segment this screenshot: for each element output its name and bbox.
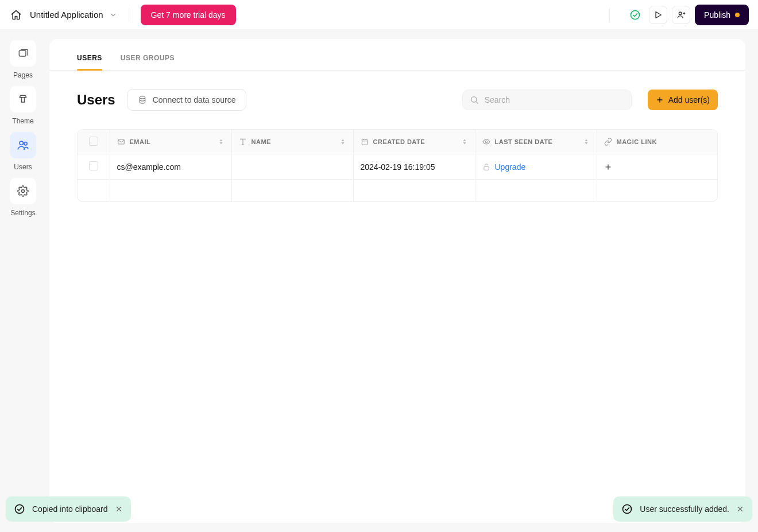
svg-marker-26 <box>463 142 466 145</box>
cell-created-date: 2024-02-19 16:19:05 <box>353 154 475 180</box>
plus-icon <box>604 163 612 171</box>
sidebar-item-theme[interactable]: Theme <box>10 86 36 125</box>
search-box[interactable] <box>462 90 632 110</box>
app-title[interactable]: Untitled Application <box>30 10 103 20</box>
sort-icon[interactable] <box>339 138 346 145</box>
home-button[interactable] <box>9 8 23 22</box>
column-checkbox <box>78 130 110 154</box>
users-table: EMAIL NAME <box>77 129 718 202</box>
link-icon <box>604 138 612 146</box>
preview-button[interactable] <box>649 6 667 24</box>
svg-point-6 <box>20 141 23 145</box>
svg-marker-25 <box>463 139 466 142</box>
pages-icon <box>17 48 29 59</box>
cell-magic-link[interactable] <box>597 154 717 180</box>
svg-point-2 <box>679 12 682 15</box>
column-name[interactable]: NAME <box>231 130 353 154</box>
toast-close[interactable] <box>736 505 744 513</box>
column-label: MAGIC LINK <box>617 138 657 145</box>
toast-clipboard: Copied into clipboard <box>6 496 131 522</box>
divider <box>129 8 129 22</box>
table-row[interactable]: cs@example.com 2024-02-19 16:19:05 Upgra… <box>78 154 717 180</box>
column-last-seen[interactable]: LAST SEEN DATE <box>475 130 597 154</box>
sidebar-item-settings[interactable]: Settings <box>10 178 36 217</box>
select-all-checkbox[interactable] <box>89 137 98 146</box>
share-button[interactable] <box>672 6 690 24</box>
search-icon <box>470 95 479 104</box>
svg-point-7 <box>24 142 27 145</box>
close-icon <box>115 505 123 513</box>
svg-point-8 <box>22 190 25 193</box>
svg-marker-1 <box>656 11 661 18</box>
sidebar-item-pages[interactable]: Pages <box>10 40 36 79</box>
sort-icon[interactable] <box>583 138 590 145</box>
svg-marker-19 <box>341 139 344 142</box>
close-icon <box>736 505 744 513</box>
svg-rect-21 <box>362 139 367 145</box>
check-circle-icon <box>621 503 633 515</box>
column-created-date[interactable]: CREATED DATE <box>353 130 475 154</box>
row-checkbox[interactable] <box>89 161 98 170</box>
svg-marker-16 <box>219 142 222 145</box>
sidebar-item-label: Pages <box>13 71 33 79</box>
chevron-down-icon <box>109 11 117 19</box>
table-row-empty <box>78 180 717 201</box>
svg-marker-15 <box>219 139 222 142</box>
database-icon <box>138 95 147 104</box>
svg-point-33 <box>16 505 24 514</box>
user-plus-icon <box>676 10 686 20</box>
sidebar: Pages Theme Users Settings <box>0 30 46 532</box>
svg-point-27 <box>485 141 488 143</box>
add-user-label: Add user(s) <box>668 95 710 104</box>
svg-marker-29 <box>585 142 587 145</box>
tabs: USERS USER GROUPS <box>49 39 745 71</box>
add-user-button[interactable]: Add user(s) <box>648 90 718 110</box>
search-input[interactable] <box>485 95 624 104</box>
connect-label: Connect to data source <box>153 95 236 104</box>
cell-name <box>231 154 353 180</box>
tab-user-groups[interactable]: USER GROUPS <box>121 54 175 70</box>
check-circle-icon <box>629 9 641 21</box>
publish-button[interactable]: Publish <box>695 5 749 25</box>
tab-users[interactable]: USERS <box>77 54 102 70</box>
gear-icon <box>17 185 29 197</box>
mail-icon <box>117 138 125 146</box>
column-email[interactable]: EMAIL <box>110 130 231 154</box>
sort-icon[interactable] <box>218 138 225 145</box>
svg-point-9 <box>140 96 145 99</box>
svg-point-36 <box>623 505 632 514</box>
play-icon <box>653 10 663 20</box>
theme-icon <box>17 94 29 105</box>
svg-point-10 <box>471 97 476 102</box>
app-title-dropdown[interactable] <box>109 11 117 19</box>
cell-last-seen[interactable]: Upgrade <box>475 154 597 180</box>
sidebar-item-label: Theme <box>12 117 33 125</box>
svg-marker-20 <box>341 142 344 145</box>
cell-email: cs@example.com <box>110 154 231 180</box>
column-magic-link[interactable]: MAGIC LINK <box>597 130 717 154</box>
page-title: Users <box>77 92 115 108</box>
connect-data-source-button[interactable]: Connect to data source <box>127 89 247 111</box>
trial-button[interactable]: Get 7 more trial days <box>141 5 236 25</box>
svg-line-11 <box>476 102 478 103</box>
divider <box>609 8 610 22</box>
text-icon <box>239 138 247 146</box>
eye-icon <box>482 138 490 146</box>
sidebar-item-users[interactable]: Users <box>10 132 36 171</box>
main-panel: USERS USER GROUPS Users Connect to data … <box>49 39 745 523</box>
topbar: Untitled Application Get 7 more trial da… <box>0 0 758 30</box>
calendar-icon <box>361 138 369 146</box>
page-header: Users Connect to data source Add user(s) <box>77 89 718 111</box>
svg-rect-5 <box>19 51 26 56</box>
column-label: NAME <box>252 138 271 145</box>
sidebar-item-label: Users <box>14 163 32 171</box>
users-icon <box>17 139 29 152</box>
status-ok-button[interactable] <box>626 6 644 24</box>
sort-icon[interactable] <box>461 138 468 145</box>
publish-status-dot <box>735 13 740 17</box>
toast-close[interactable] <box>115 505 123 513</box>
toast-message: Copied into clipboard <box>32 504 108 514</box>
svg-marker-28 <box>585 139 587 142</box>
upgrade-link[interactable]: Upgrade <box>495 162 526 172</box>
lock-icon <box>482 163 490 171</box>
